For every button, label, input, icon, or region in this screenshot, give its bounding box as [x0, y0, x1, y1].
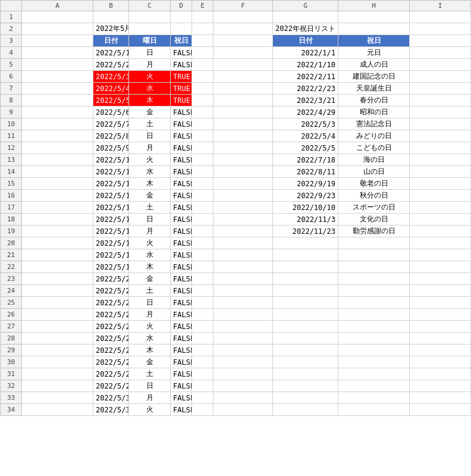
main-table: A B C D E F G H I 122022年5月カレンダー2022年祝日リ… — [0, 0, 471, 416]
cell-c: 土 — [129, 118, 171, 130]
cell-a — [22, 368, 93, 380]
cell-i — [410, 392, 471, 404]
cell-i — [410, 83, 471, 95]
cell-d: FALSE — [171, 380, 192, 392]
cell-f — [213, 321, 273, 333]
cell-d: FALSE — [171, 202, 192, 214]
cell-b: 2022/5/3 — [93, 71, 129, 83]
cell-c: 月 — [129, 392, 171, 404]
cell-h: 建国記念の日 — [338, 71, 410, 83]
cell-a — [22, 214, 93, 226]
cell-e — [192, 237, 213, 249]
cell-i — [410, 345, 471, 356]
cell-g — [273, 345, 338, 356]
row-number: 2 — [1, 23, 22, 35]
row-number: 30 — [1, 356, 22, 368]
cell-f — [213, 107, 273, 118]
cell-c — [129, 23, 171, 35]
cell-g — [273, 249, 338, 261]
cell-c: 土 — [129, 202, 171, 214]
cell-b: 2022/5/20 — [93, 273, 129, 285]
cell-c: 金 — [129, 107, 171, 118]
cell-i — [410, 202, 471, 214]
cell-i — [410, 107, 471, 118]
cell-b: 2022/5/5 — [93, 95, 129, 107]
col-header-h: H — [338, 1, 410, 11]
cell-g: 2022/5/5 — [273, 142, 338, 154]
cell-a — [22, 237, 93, 249]
cell-a — [22, 83, 93, 95]
cell-g: 2022/10/10 — [273, 202, 338, 214]
cell-d: FALSE — [171, 107, 192, 118]
cell-e — [192, 35, 213, 47]
col-header-i: I — [410, 1, 471, 11]
cell-c: 火 — [129, 404, 171, 416]
cell-g: 2022/11/3 — [273, 214, 338, 226]
cell-f — [213, 273, 273, 285]
cell-c: 火 — [129, 237, 171, 249]
cell-c — [129, 11, 171, 23]
cell-g — [273, 297, 338, 309]
cell-f — [213, 71, 273, 83]
cell-e — [192, 380, 213, 392]
col-header-b: B — [93, 1, 129, 11]
row-number: 18 — [1, 214, 22, 226]
cell-c: 月 — [129, 309, 171, 321]
cell-c: 土 — [129, 285, 171, 297]
cell-i — [410, 273, 471, 285]
cell-c: 木 — [129, 345, 171, 356]
cell-d: FALSE — [171, 392, 192, 404]
cell-d: TRUE — [171, 71, 192, 83]
table-row: 132022/5/10火FALSE2022/7/18海の日 — [1, 154, 471, 166]
cell-d: FALSE — [171, 166, 192, 178]
cell-i — [410, 23, 471, 35]
table-row: 162022/5/13金FALSE2022/9/23秋分の日 — [1, 190, 471, 202]
col-header-e: E — [192, 1, 213, 11]
table-row: 212022/5/18水FALSE — [1, 249, 471, 261]
cell-d: FALSE — [171, 285, 192, 297]
row-number: 12 — [1, 142, 22, 154]
cell-e — [192, 118, 213, 130]
cell-c: 曜日 — [129, 35, 171, 47]
cell-e — [192, 190, 213, 202]
cell-e — [192, 202, 213, 214]
cell-c: 月 — [129, 226, 171, 237]
cell-i — [410, 154, 471, 166]
cell-b: 2022/5/8 — [93, 130, 129, 142]
row-number: 23 — [1, 273, 22, 285]
cell-f — [213, 178, 273, 190]
cell-h — [338, 345, 410, 356]
cell-b: 2022/5/19 — [93, 261, 129, 273]
cell-b: 2022/5/7 — [93, 118, 129, 130]
cell-d: FALSE — [171, 273, 192, 285]
cell-b: 2022/5/13 — [93, 190, 129, 202]
cell-d: FALSE — [171, 309, 192, 321]
cell-g — [273, 285, 338, 297]
cell-h — [338, 297, 410, 309]
cell-a — [22, 118, 93, 130]
cell-c: 金 — [129, 273, 171, 285]
cell-d — [171, 11, 192, 23]
cell-h: 祝日 — [338, 35, 410, 47]
row-number: 11 — [1, 130, 22, 142]
table-row: 92022/5/6金FALSE2022/4/29昭和の日 — [1, 107, 471, 118]
cell-f — [213, 35, 273, 47]
row-number: 6 — [1, 71, 22, 83]
cell-f — [213, 11, 273, 23]
row-number: 13 — [1, 154, 22, 166]
cell-i — [410, 333, 471, 345]
cell-e — [192, 285, 213, 297]
cell-a — [22, 190, 93, 202]
table-row: 312022/5/28土FALSE — [1, 368, 471, 380]
cell-h — [338, 23, 410, 35]
cell-a — [22, 130, 93, 142]
table-row: 122022/5/9月FALSE2022/5/5こどもの日 — [1, 142, 471, 154]
cell-i — [410, 380, 471, 392]
cell-g: 2022/11/23 — [273, 226, 338, 237]
cell-c: 土 — [129, 368, 171, 380]
cell-i — [410, 190, 471, 202]
cell-h: 文化の日 — [338, 214, 410, 226]
cell-g — [273, 237, 338, 249]
cell-i — [410, 178, 471, 190]
table-row: 202022/5/17火FALSE — [1, 237, 471, 249]
